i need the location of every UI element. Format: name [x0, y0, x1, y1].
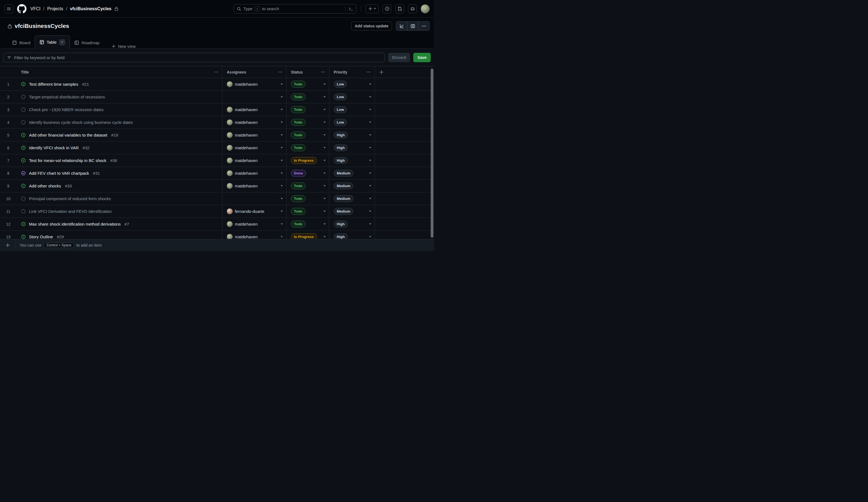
item-title-cell[interactable]: Link VFCI Derivation and FEVD Identifica… [17, 205, 223, 218]
priority-cell[interactable]: High [329, 154, 375, 167]
item-title-cell[interactable]: Principal component of reduced form shoc… [17, 192, 223, 205]
assignees-cell[interactable]: matdehaven [223, 78, 287, 90]
item-title-cell[interactable]: Story Outline #29 [17, 231, 223, 239]
column-header-priority[interactable]: Priority [329, 66, 375, 78]
assignees-cell[interactable] [223, 192, 287, 205]
item-title[interactable]: Identify VFCI shock in VAR [29, 145, 79, 150]
status-cell[interactable]: Todo [287, 142, 329, 154]
column-header-title[interactable]: Title [17, 66, 223, 78]
item-title-cell[interactable]: Identify VFCI shock in VAR #32 [17, 142, 223, 154]
status-cell[interactable]: Todo [287, 116, 329, 129]
assignees-cell[interactable]: matdehaven [223, 167, 287, 179]
assignees-cell[interactable]: matdehaven [223, 129, 287, 141]
item-title[interactable]: Add other shocks [29, 183, 61, 188]
item-title-cell[interactable]: Check pre ~1920 NBER recession dates [17, 103, 223, 116]
create-new-button[interactable] [365, 4, 379, 13]
item-title[interactable]: Max share shock identification method de… [29, 222, 121, 227]
item-title[interactable]: Add FEV chart to VAR chartpack [29, 171, 89, 175]
status-cell[interactable]: Todo [287, 205, 329, 218]
save-button[interactable]: Save [413, 53, 431, 62]
priority-cell[interactable]: High [329, 231, 375, 239]
status-cell[interactable]: Todo [287, 192, 329, 205]
status-cell[interactable]: In Progress [287, 231, 329, 239]
item-title-cell[interactable]: Add other shocks #33 [17, 180, 223, 192]
discard-button[interactable]: Discard [388, 53, 410, 62]
item-title[interactable]: Test for mean-vol relationship in BC sho… [29, 158, 106, 163]
project-menu-button[interactable] [418, 22, 429, 30]
breadcrumb-project-name[interactable]: vfciBusinessCycles [70, 6, 111, 11]
add-column-button[interactable] [375, 66, 434, 78]
priority-cell[interactable]: Medium [329, 205, 375, 218]
item-title-cell[interactable]: Test for mean-vol relationship in BC sho… [17, 154, 223, 167]
pull-requests-button[interactable] [395, 4, 404, 13]
tab-roadmap[interactable]: Roadmap [70, 37, 104, 49]
priority-cell[interactable]: High [329, 129, 375, 141]
tab-board[interactable]: Board [8, 37, 35, 49]
add-status-update-button[interactable]: Add status update [351, 22, 392, 30]
priority-cell[interactable]: Low [329, 103, 375, 116]
item-title[interactable]: Principal component of reduced form shoc… [29, 196, 111, 201]
assignees-cell[interactable]: matdehaven [223, 142, 287, 154]
add-item-button[interactable] [0, 239, 16, 251]
priority-cell[interactable]: High [329, 218, 375, 230]
inbox-button[interactable] [408, 4, 417, 13]
item-title[interactable]: Story Outline [29, 234, 53, 239]
priority-cell[interactable]: High [329, 142, 375, 154]
command-palette-icon[interactable] [348, 7, 353, 11]
hamburger-menu-button[interactable] [4, 4, 13, 13]
assignees-cell[interactable]: matdehaven [223, 103, 287, 116]
item-title-cell[interactable]: Identify business cycle shock using busi… [17, 116, 223, 129]
status-cell[interactable]: Todo [287, 180, 329, 192]
item-title-cell[interactable]: Add FEV chart to VAR chartpack #31 [17, 167, 223, 179]
global-search-input[interactable]: Type / to search [234, 4, 356, 13]
status-cell[interactable]: In Progress [287, 154, 329, 167]
priority-cell[interactable]: Low [329, 116, 375, 129]
vertical-scrollbar[interactable] [431, 69, 433, 238]
status-cell[interactable]: Todo [287, 78, 329, 90]
status-cell[interactable]: Todo [287, 103, 329, 116]
assignees-cell[interactable] [223, 91, 287, 103]
priority-cell[interactable]: Medium [329, 192, 375, 205]
priority-cell[interactable]: Low [329, 91, 375, 103]
new-view-button[interactable]: New view [112, 44, 136, 49]
insights-button[interactable] [396, 22, 407, 30]
item-title-cell[interactable]: Test different time samples #21 [17, 78, 223, 90]
breadcrumb-org[interactable]: VFCI [30, 6, 40, 11]
assignees-cell[interactable]: matdehaven [223, 180, 287, 192]
column-menu-icon[interactable] [278, 70, 282, 74]
priority-cell[interactable]: Low [329, 78, 375, 90]
assignees-cell[interactable]: matdehaven [223, 218, 287, 230]
priority-cell[interactable]: Medium [329, 167, 375, 179]
tab-table[interactable]: Table [35, 36, 70, 49]
column-header-status[interactable]: Status [287, 66, 329, 78]
item-title[interactable]: Identify business cycle shock using busi… [29, 120, 133, 125]
table-view-options-button[interactable] [59, 39, 65, 45]
status-cell[interactable]: Todo [287, 218, 329, 230]
assignees-cell[interactable]: matdehaven [223, 116, 287, 129]
assignees-cell[interactable]: matdehaven [223, 231, 287, 239]
item-title-cell[interactable]: Target empirical distribution of recessi… [17, 91, 223, 103]
column-header-assignees[interactable]: Assignees [223, 66, 287, 78]
side-panel-button[interactable] [407, 22, 418, 30]
status-cell[interactable]: Done [287, 167, 329, 179]
item-title[interactable]: Check pre ~1920 NBER recession dates [29, 107, 104, 112]
item-title[interactable]: Target empirical distribution of recessi… [29, 94, 105, 99]
github-logo[interactable] [17, 4, 27, 13]
priority-cell[interactable]: Medium [329, 180, 375, 192]
item-title[interactable]: Add other financial variables to the dat… [29, 133, 107, 137]
item-title-cell[interactable]: Add other financial variables to the dat… [17, 129, 223, 141]
issues-button[interactable] [383, 4, 391, 13]
user-avatar[interactable] [421, 4, 430, 13]
item-title[interactable]: Link VFCI Derivation and FEVD Identifica… [29, 209, 112, 214]
column-menu-icon[interactable] [366, 70, 371, 74]
item-title[interactable]: Test different time samples [29, 82, 78, 87]
status-cell[interactable]: Todo [287, 129, 329, 141]
column-menu-icon[interactable] [214, 70, 218, 74]
filter-input[interactable]: Filter by keyword or by field [3, 53, 385, 62]
breadcrumb-projects[interactable]: Projects [47, 6, 63, 11]
assignees-cell[interactable]: matdehaven [223, 154, 287, 167]
column-menu-icon[interactable] [321, 70, 325, 74]
status-cell[interactable]: Todo [287, 91, 329, 103]
assignees-cell[interactable]: fernando-duarte [223, 205, 287, 218]
item-title-cell[interactable]: Max share shock identification method de… [17, 218, 223, 230]
